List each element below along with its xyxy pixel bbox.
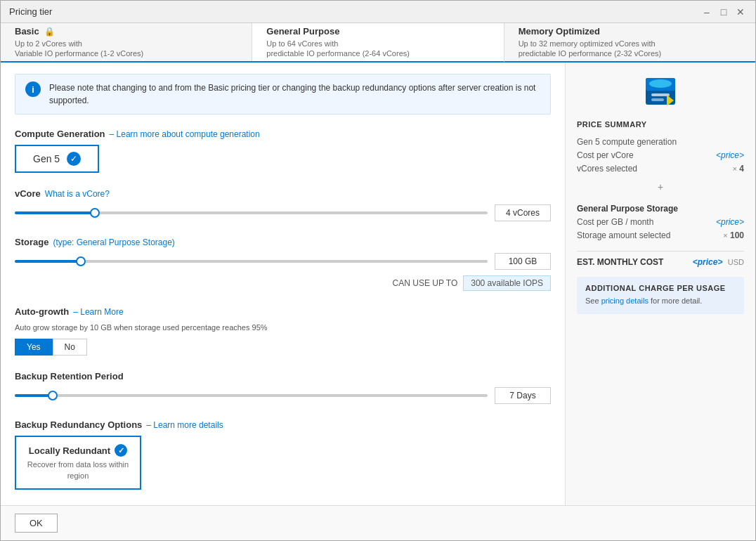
- ok-button[interactable]: OK: [15, 514, 58, 533]
- iops-value: 300 available IOPS: [463, 275, 551, 291]
- info-banner: i Please note that changing to and from …: [15, 74, 551, 115]
- cost-per-gb-label: Cost per GB / month: [577, 217, 653, 227]
- price-summary-title: PRICE SUMMARY: [577, 120, 744, 129]
- autogrowth-no-button[interactable]: No: [53, 339, 87, 356]
- compute-gen-link[interactable]: – Learn more about compute generation: [110, 129, 260, 139]
- backup-redundancy-label: Backup Redundancy Options: [15, 419, 142, 430]
- gen5-button[interactable]: Gen 5 ✓: [15, 145, 99, 173]
- storage-thumb[interactable]: [76, 256, 86, 266]
- info-icon: i: [25, 82, 41, 97]
- title-bar: Pricing tier – □ ✕: [1, 1, 755, 23]
- tab-general-purpose[interactable]: General Purpose Up to 64 vCores with pre…: [252, 23, 504, 63]
- vcore-thumb[interactable]: [90, 208, 100, 218]
- cost-per-vcore-value: <price>: [716, 150, 744, 160]
- locally-redundant-check-icon: ✓: [115, 444, 127, 457]
- close-button[interactable]: ✕: [734, 6, 747, 18]
- pricing-tier-window: Pricing tier – □ ✕ Basic 🔒 Up to 2 vCore…: [0, 0, 756, 541]
- locally-redundant-card[interactable]: Locally Redundant ✓ Recover from data lo…: [15, 436, 141, 490]
- right-panel: PRICE SUMMARY Gen 5 compute generation C…: [566, 63, 755, 505]
- cost-per-vcore-label: Cost per vCore: [577, 150, 634, 160]
- vcores-selected-label: vCores selected: [577, 164, 637, 174]
- vcore-section: vCore What is a vCore? 4 vCores: [15, 188, 551, 221]
- backup-retention-section: Backup Retention Period 7 Days: [15, 371, 551, 404]
- storage-slider-row: 100 GB: [15, 253, 551, 270]
- locally-redundant-name: Locally Redundant: [29, 445, 110, 456]
- backup-redundancy-link[interactable]: – Learn more details: [146, 420, 223, 430]
- cost-per-gb-value: <price>: [716, 217, 744, 227]
- est-monthly-row: EST. MONTHLY COST <price> USD: [577, 251, 744, 267]
- storage-label: Storage: [15, 237, 48, 247]
- storage-type-label: (type: General Purpose Storage): [53, 237, 174, 247]
- iops-label: CAN USE UP TO: [393, 278, 458, 288]
- vcore-slider[interactable]: [15, 206, 488, 220]
- pricing-details-link[interactable]: pricing details: [601, 296, 649, 305]
- product-logo-area: [577, 74, 744, 109]
- window-controls: – □ ✕: [700, 6, 747, 18]
- storage-amount-row: Storage amount selected × 100: [577, 230, 744, 240]
- gen5-label: Gen 5: [33, 153, 60, 164]
- tab-basic[interactable]: Basic 🔒 Up to 2 vCores with Variable IO …: [1, 23, 252, 61]
- additional-charge-before: See: [585, 296, 601, 305]
- storage-slider[interactable]: [15, 254, 488, 268]
- storage-amount-label: Storage amount selected: [577, 230, 670, 240]
- plus-sign: +: [577, 181, 744, 193]
- backup-retention-label: Backup Retention Period: [15, 371, 124, 382]
- autogrowth-link[interactable]: – Learn More: [73, 307, 123, 317]
- compute-gen-label: Compute Generation: [15, 129, 105, 139]
- svg-rect-4: [651, 98, 664, 101]
- vcore-track: [15, 211, 488, 214]
- vcore-slider-row: 4 vCores: [15, 204, 551, 221]
- backup-retention-value-box: 7 Days: [495, 387, 551, 404]
- main-content: i Please note that changing to and from …: [1, 63, 755, 505]
- storage-section: Storage (type: General Purpose Storage) …: [15, 237, 551, 291]
- storage-value-box: 100 GB: [495, 253, 551, 270]
- backup-retention-slider-row: 7 Days: [15, 387, 551, 404]
- autogrowth-desc: Auto grow storage by 10 GB when storage …: [15, 322, 551, 333]
- backup-retention-thumb[interactable]: [48, 391, 58, 400]
- lock-icon: 🔒: [44, 27, 55, 37]
- est-monthly-currency: USD: [728, 258, 744, 266]
- est-monthly-value: <price>: [693, 257, 723, 267]
- autogrowth-toggle: Yes No: [15, 339, 551, 356]
- additional-charge-title: ADDITIONAL CHARGE PER USAGE: [585, 284, 736, 292]
- svg-point-2: [649, 79, 672, 88]
- iops-row: CAN USE UP TO 300 available IOPS: [15, 275, 551, 291]
- storage-track: [15, 260, 488, 263]
- autogrowth-yes-button[interactable]: Yes: [15, 339, 53, 356]
- additional-charge-section: ADDITIONAL CHARGE PER USAGE See pricing …: [577, 277, 744, 314]
- gen-label: Gen 5 compute generation: [577, 137, 677, 147]
- backup-retention-track: [15, 394, 488, 397]
- backup-redundancy-section: Backup Redundancy Options – Learn more d…: [15, 419, 551, 490]
- autogrowth-label: Auto-growth: [15, 306, 69, 317]
- info-text: Please note that changing to and from th…: [49, 82, 540, 107]
- pricing-tabs: Basic 🔒 Up to 2 vCores with Variable IO …: [1, 23, 755, 63]
- window-title: Pricing tier: [9, 6, 52, 17]
- vcore-label: vCore: [15, 188, 41, 199]
- gen5-check-icon: ✓: [67, 152, 81, 166]
- storage-fill: [15, 260, 81, 263]
- multiply-symbol: ×: [733, 164, 737, 173]
- gen-label-row: Gen 5 compute generation: [577, 137, 744, 147]
- additional-charge-after: for more detail.: [649, 296, 702, 305]
- backup-retention-fill: [15, 394, 53, 397]
- additional-charge-text: See pricing details for more detail.: [585, 295, 736, 307]
- cost-per-vcore-row: Cost per vCore <price>: [577, 150, 744, 160]
- backup-retention-slider[interactable]: [15, 389, 488, 403]
- storage-multiply-symbol: ×: [723, 231, 727, 240]
- vcores-count: 4: [739, 164, 744, 174]
- vcores-selected-row: vCores selected × 4: [577, 164, 744, 174]
- storage-amount-value: 100: [730, 230, 744, 240]
- maximize-button[interactable]: □: [717, 6, 730, 18]
- compute-generation-section: Compute Generation – Learn more about co…: [15, 129, 551, 173]
- footer: OK: [1, 505, 755, 540]
- left-panel: i Please note that changing to and from …: [1, 63, 566, 505]
- database-icon: [643, 74, 678, 109]
- minimize-button[interactable]: –: [700, 6, 713, 18]
- locally-redundant-desc: Recover from data loss within region: [26, 459, 130, 481]
- tab-memory-optimized[interactable]: Memory Optimized Up to 32 memory optimiz…: [504, 23, 755, 61]
- est-monthly-label: EST. MONTHLY COST: [577, 257, 663, 267]
- vcore-fill: [15, 211, 95, 214]
- gp-storage-title: General Purpose Storage: [577, 204, 744, 214]
- vcore-link[interactable]: What is a vCore?: [45, 189, 110, 199]
- autogrowth-section: Auto-growth – Learn More Auto grow stora…: [15, 306, 551, 356]
